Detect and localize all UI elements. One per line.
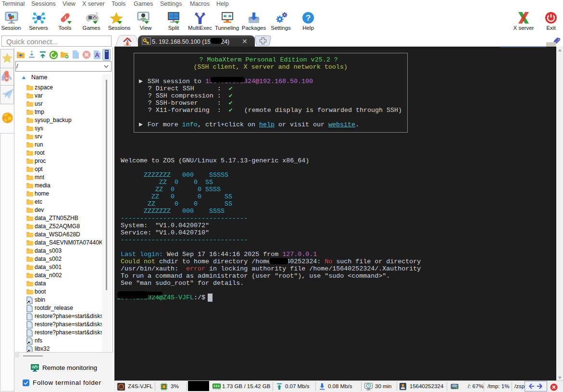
svg-text:?: ? xyxy=(306,13,311,23)
svg-text:A: A xyxy=(95,51,100,59)
